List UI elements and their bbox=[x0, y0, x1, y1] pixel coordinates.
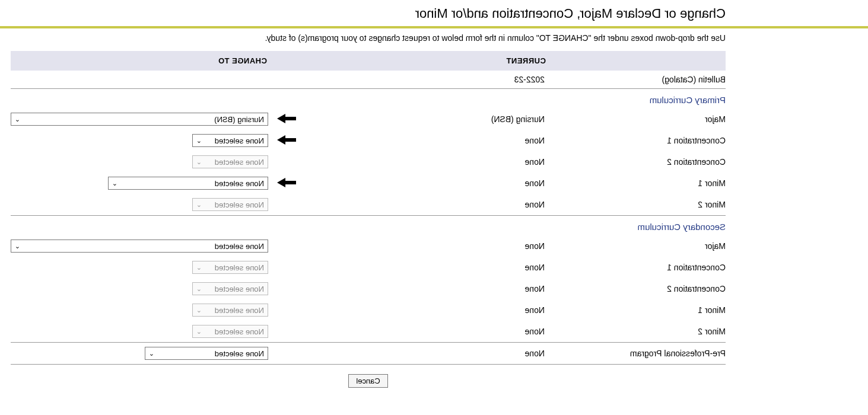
chevron-down-icon: ⌄ bbox=[196, 159, 202, 165]
svg-marker-3 bbox=[277, 135, 285, 145]
dropdown-text: None selected bbox=[158, 349, 264, 358]
instructions-text: Use the drop-down boxes under the "CHANG… bbox=[11, 33, 726, 43]
arrow-right-icon bbox=[275, 177, 298, 190]
preprof-label: Pre-Professional Program bbox=[551, 343, 726, 365]
chevron-down-icon: ⌄ bbox=[196, 264, 202, 271]
cancel-button[interactable]: Cancel bbox=[348, 374, 387, 388]
primary-conc2-row: Concentration 2 None None selected ⌄ bbox=[11, 151, 726, 173]
primary-minor2-current: None bbox=[301, 194, 551, 215]
primary-conc2-label: Concentration 2 bbox=[551, 151, 726, 173]
svg-marker-5 bbox=[277, 178, 285, 187]
secondary-conc1-select: None selected ⌄ bbox=[192, 261, 268, 274]
primary-conc2-select: None selected ⌄ bbox=[192, 155, 268, 168]
chevron-down-icon: ⌄ bbox=[15, 116, 20, 123]
secondary-major-select[interactable]: None selected ⌄ bbox=[11, 240, 268, 253]
chevron-down-icon: ⌄ bbox=[196, 286, 202, 292]
primary-conc1-current: None bbox=[301, 130, 551, 151]
dropdown-text: None selected bbox=[205, 263, 264, 272]
secondary-minor2-current: None bbox=[301, 321, 551, 342]
dropdown-text: None selected bbox=[205, 306, 264, 315]
primary-minor2-row: Minor 2 None None selected ⌄ bbox=[11, 194, 726, 215]
primary-major-row: Major Nursing (BSN) Nursing (BSN) ⌄ bbox=[11, 108, 726, 130]
dropdown-text: None selected bbox=[205, 327, 264, 336]
primary-minor1-current: None bbox=[301, 173, 551, 194]
primary-minor1-label: Minor 1 bbox=[551, 173, 726, 194]
secondary-conc2-row: Concentration 2 None None selected ⌄ bbox=[11, 278, 726, 299]
dropdown-text: None selected bbox=[24, 242, 264, 251]
secondary-conc2-label: Concentration 2 bbox=[551, 278, 726, 299]
secondary-conc1-label: Concentration 1 bbox=[551, 257, 726, 278]
bulletin-row: Bulletin (Catalog) 2022-23 bbox=[11, 71, 726, 88]
secondary-major-row: Major None None selected ⌄ bbox=[11, 235, 726, 257]
chevron-down-icon: ⌄ bbox=[15, 243, 20, 250]
primary-minor2-label: Minor 2 bbox=[551, 194, 726, 215]
secondary-curriculum-title: Secondary Curriculum bbox=[11, 216, 726, 236]
primary-minor1-row: Minor 1 None None selected ⌄ bbox=[11, 173, 726, 194]
preprof-row: Pre-Professional Program None None selec… bbox=[11, 343, 726, 365]
preprof-select[interactable]: None selected ⌄ bbox=[145, 347, 268, 360]
primary-major-label: Major bbox=[551, 108, 726, 130]
chevron-down-icon: ⌄ bbox=[112, 180, 117, 187]
chevron-down-icon: ⌄ bbox=[149, 350, 154, 357]
primary-minor1-select[interactable]: None selected ⌄ bbox=[108, 177, 268, 190]
primary-conc2-current: None bbox=[301, 151, 551, 173]
primary-conc1-row: Concentration 1 None None selected ⌄ bbox=[11, 130, 726, 151]
secondary-minor2-label: Minor 2 bbox=[551, 321, 726, 342]
divider bbox=[0, 26, 868, 28]
page-title: Change or Declare Major, Concentration a… bbox=[11, 6, 726, 21]
header-change-to: CHANGE TO bbox=[11, 51, 272, 71]
primary-minor2-select: None selected ⌄ bbox=[192, 198, 268, 211]
preprof-current: None bbox=[301, 343, 551, 365]
chevron-down-icon: ⌄ bbox=[196, 202, 202, 208]
table-header: CURRENT CHANGE TO bbox=[11, 51, 726, 71]
chevron-down-icon: ⌄ bbox=[196, 138, 202, 144]
button-bar: Cancel bbox=[11, 374, 726, 388]
secondary-minor2-row: Minor 2 None None selected ⌄ bbox=[11, 321, 726, 342]
primary-major-select[interactable]: Nursing (BSN) ⌄ bbox=[11, 113, 268, 126]
secondary-conc2-current: None bbox=[301, 278, 551, 299]
arrow-right-icon bbox=[275, 134, 298, 148]
program-table: CURRENT CHANGE TO Bulletin (Catalog) 202… bbox=[11, 51, 726, 365]
primary-conc1-select[interactable]: None selected ⌄ bbox=[192, 134, 268, 147]
dropdown-text: None selected bbox=[205, 200, 264, 209]
svg-marker-1 bbox=[277, 114, 285, 123]
primary-curriculum-title: Primary Curriculum bbox=[11, 89, 726, 109]
secondary-minor2-select: None selected ⌄ bbox=[192, 325, 268, 338]
svg-rect-0 bbox=[285, 117, 296, 120]
bulletin-value: 2022-23 bbox=[301, 71, 551, 88]
secondary-minor1-select: None selected ⌄ bbox=[192, 304, 268, 317]
chevron-down-icon: ⌄ bbox=[196, 307, 202, 314]
chevron-down-icon: ⌄ bbox=[196, 328, 202, 335]
bulletin-label: Bulletin (Catalog) bbox=[551, 71, 726, 88]
secondary-minor1-current: None bbox=[301, 299, 551, 321]
svg-rect-4 bbox=[285, 181, 296, 184]
arrow-right-icon bbox=[275, 113, 298, 126]
primary-conc1-label: Concentration 1 bbox=[551, 130, 726, 151]
dropdown-text: None selected bbox=[205, 158, 264, 167]
dropdown-text: None selected bbox=[205, 285, 264, 293]
primary-major-current: Nursing (BSN) bbox=[301, 108, 551, 130]
secondary-conc1-current: None bbox=[301, 257, 551, 278]
svg-rect-2 bbox=[285, 138, 296, 142]
secondary-conc2-select: None selected ⌄ bbox=[192, 282, 268, 295]
dropdown-text: None selected bbox=[205, 136, 264, 145]
secondary-major-label: Major bbox=[551, 235, 726, 257]
secondary-minor1-row: Minor 1 None None selected ⌄ bbox=[11, 299, 726, 321]
dropdown-text: Nursing (BSN) bbox=[24, 115, 264, 124]
secondary-conc1-row: Concentration 1 None None selected ⌄ bbox=[11, 257, 726, 278]
secondary-minor1-label: Minor 1 bbox=[551, 299, 726, 321]
dropdown-text: None selected bbox=[121, 179, 264, 188]
header-current: CURRENT bbox=[301, 51, 551, 71]
secondary-major-current: None bbox=[301, 235, 551, 257]
